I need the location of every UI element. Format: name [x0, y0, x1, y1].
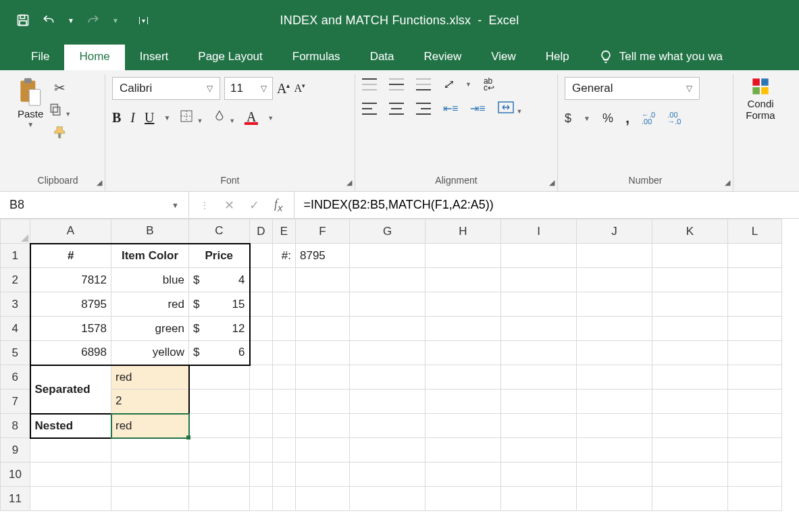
tab-data[interactable]: Data	[355, 45, 409, 70]
cell-D5[interactable]	[250, 341, 273, 365]
cell-L7[interactable]	[728, 390, 782, 414]
cell-C11[interactable]	[189, 487, 250, 511]
cell-J9[interactable]	[577, 438, 652, 462]
cell-E9[interactable]	[273, 438, 296, 462]
cell-J6[interactable]	[577, 365, 652, 390]
cell-K5[interactable]	[652, 341, 728, 365]
accounting-format-icon[interactable]: $	[565, 111, 571, 126]
tab-insert[interactable]: Insert	[125, 45, 184, 70]
col-header-E[interactable]: E	[273, 219, 296, 244]
cell-L1[interactable]	[728, 244, 782, 268]
cell-J5[interactable]	[577, 341, 652, 365]
cell-B11[interactable]	[111, 487, 189, 511]
font-color-icon[interactable]: A	[244, 111, 258, 125]
align-right-icon[interactable]	[416, 103, 431, 115]
cell-C5[interactable]: $6	[189, 341, 250, 365]
increase-font-icon[interactable]: A▴	[277, 81, 290, 97]
col-header-L[interactable]: L	[728, 219, 782, 244]
cell-A5[interactable]: 6898	[30, 341, 111, 365]
cell-F10[interactable]	[296, 462, 350, 487]
cell-A6[interactable]: Separated	[30, 365, 111, 414]
cell-E10[interactable]	[273, 462, 296, 487]
cell-E11[interactable]	[273, 487, 296, 511]
cell-G5[interactable]	[350, 341, 426, 365]
cell-L8[interactable]	[728, 414, 782, 438]
paste-button[interactable]: Paste ▼	[18, 77, 43, 142]
cell-D7[interactable]	[250, 390, 273, 414]
cell-L11[interactable]	[728, 487, 782, 511]
col-header-H[interactable]: H	[426, 219, 501, 244]
cell-E3[interactable]	[273, 292, 296, 317]
cell-H10[interactable]	[426, 462, 501, 487]
cell-I11[interactable]	[501, 487, 577, 511]
col-header-A[interactable]: A	[30, 219, 111, 244]
col-header-F[interactable]: F	[296, 219, 350, 244]
name-box[interactable]: B8 ▼	[0, 192, 189, 218]
accounting-dropdown-icon[interactable]: ▼	[584, 115, 590, 122]
col-header-B[interactable]: B	[111, 219, 189, 244]
cell-H6[interactable]	[426, 365, 501, 390]
cell-B10[interactable]	[111, 462, 189, 487]
cell-C2[interactable]: $4	[189, 268, 250, 292]
increase-decimal-icon[interactable]: ←.0.00	[642, 111, 655, 125]
cell-A4[interactable]: 1578	[30, 317, 111, 341]
cell-D8[interactable]	[250, 414, 273, 438]
increase-indent-icon[interactable]: ⇥≡	[470, 102, 485, 115]
cell-G11[interactable]	[350, 487, 426, 511]
cell-G7[interactable]	[350, 390, 426, 414]
fx-icon[interactable]: fx	[274, 197, 283, 213]
cell-F4[interactable]	[296, 317, 350, 341]
row-header-7[interactable]: 7	[1, 390, 30, 414]
redo-icon[interactable]	[86, 14, 100, 27]
tell-me-search[interactable]: Tell me what you wa	[584, 45, 738, 70]
tab-help[interactable]: Help	[531, 45, 584, 70]
font-name-select[interactable]: Calibri ▽	[112, 77, 220, 100]
cell-J1[interactable]	[577, 244, 652, 268]
cell-I10[interactable]	[501, 462, 577, 487]
italic-button[interactable]: I	[130, 110, 135, 126]
bold-button[interactable]: B	[112, 110, 121, 126]
decrease-decimal-icon[interactable]: .00→.0	[667, 111, 681, 125]
select-all-corner[interactable]	[1, 219, 30, 244]
font-color-dropdown-icon[interactable]: ▼	[267, 115, 274, 122]
cell-D3[interactable]	[250, 292, 273, 317]
cell-H11[interactable]	[426, 487, 501, 511]
wrap-text-icon[interactable]: ab c↩	[484, 78, 494, 91]
cell-A9[interactable]	[30, 438, 111, 462]
cell-K2[interactable]	[652, 268, 728, 292]
cell-H4[interactable]	[426, 317, 501, 341]
row-header-1[interactable]: 1	[1, 244, 30, 268]
cell-K4[interactable]	[652, 317, 728, 341]
tab-file[interactable]: File	[16, 45, 64, 70]
cell-F8[interactable]	[296, 414, 350, 438]
row-header-2[interactable]: 2	[1, 268, 30, 292]
borders-icon[interactable]: ▼	[180, 109, 203, 126]
row-header-10[interactable]: 10	[1, 462, 30, 487]
cell-K1[interactable]	[652, 244, 728, 268]
conditional-formatting-icon[interactable]	[751, 77, 770, 98]
cell-C9[interactable]	[189, 438, 250, 462]
cell-E8[interactable]	[273, 414, 296, 438]
number-format-select[interactable]: General ▽	[565, 77, 700, 100]
copy-icon[interactable]: ▼	[49, 103, 71, 118]
cell-L4[interactable]	[728, 317, 782, 341]
cell-G10[interactable]	[350, 462, 426, 487]
cell-K11[interactable]	[652, 487, 728, 511]
cell-J2[interactable]	[577, 268, 652, 292]
spreadsheet-grid[interactable]: ABCDEFGHIJKL1#Item ColorPrice#:879527812…	[0, 219, 799, 511]
cell-A11[interactable]	[30, 487, 111, 511]
cell-G4[interactable]	[350, 317, 426, 341]
cell-K10[interactable]	[652, 462, 728, 487]
cell-B1[interactable]: Item Color	[111, 244, 189, 268]
cell-E4[interactable]	[273, 317, 296, 341]
cell-K6[interactable]	[652, 365, 728, 390]
qat-customize-icon[interactable]: ▾	[139, 17, 148, 24]
cell-D1[interactable]	[250, 244, 273, 268]
cell-J10[interactable]	[577, 462, 652, 487]
cell-F2[interactable]	[296, 268, 350, 292]
cell-H8[interactable]	[426, 414, 501, 438]
cell-K3[interactable]	[652, 292, 728, 317]
cell-B4[interactable]: green	[111, 317, 189, 341]
cell-H1[interactable]	[426, 244, 501, 268]
cell-K9[interactable]	[652, 438, 728, 462]
